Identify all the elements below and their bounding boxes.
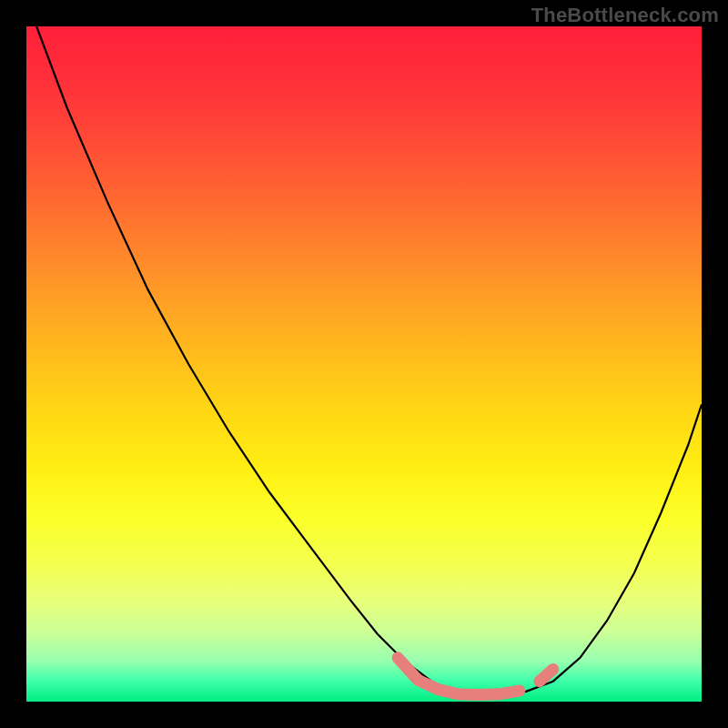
optimum-marker	[26, 26, 702, 702]
plot-area	[26, 26, 702, 702]
marker-flat-segment	[439, 690, 520, 695]
marker-right-segment	[540, 669, 553, 681]
marker-left-segment	[398, 658, 439, 690]
chart-frame: TheBottleneck.com	[0, 0, 728, 728]
watermark-text: TheBottleneck.com	[531, 4, 719, 27]
